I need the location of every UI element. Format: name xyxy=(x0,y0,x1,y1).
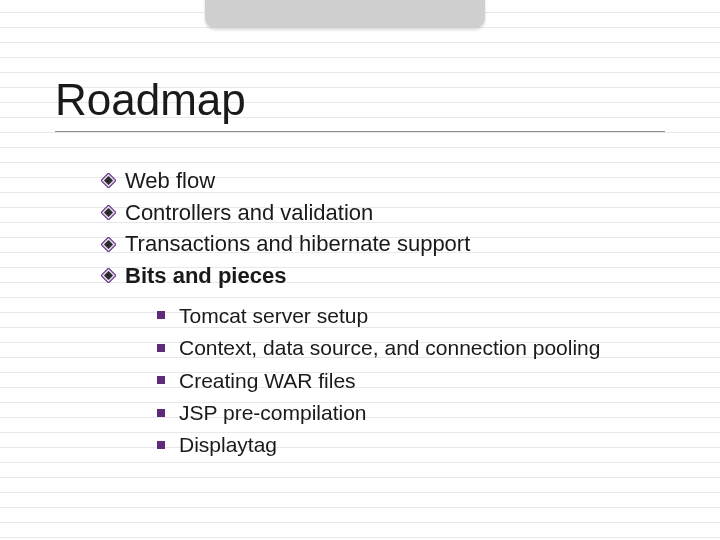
slide-title: Roadmap xyxy=(55,75,665,125)
diamond-bullet-icon xyxy=(101,173,116,188)
diamond-bullet-icon xyxy=(101,237,116,252)
list-item: JSP pre-compilation xyxy=(157,398,665,427)
diamond-bullet-icon xyxy=(101,268,116,283)
bullet-list: Web flow Controllers and validation Tran… xyxy=(55,166,665,460)
list-item: Creating WAR files xyxy=(157,366,665,395)
square-bullet-icon xyxy=(157,311,165,319)
list-item-label: Controllers and validation xyxy=(125,198,373,228)
sub-bullet-list: Tomcat server setup Context, data source… xyxy=(101,293,665,460)
list-item-label: Creating WAR files xyxy=(179,366,356,395)
list-item-label: Transactions and hibernate support xyxy=(125,229,470,259)
list-item-label: Bits and pieces xyxy=(125,261,286,291)
list-item-label: JSP pre-compilation xyxy=(179,398,367,427)
list-item: Bits and pieces xyxy=(101,261,665,291)
title-underline xyxy=(55,131,665,132)
list-item: Context, data source, and connection poo… xyxy=(157,333,665,362)
square-bullet-icon xyxy=(157,344,165,352)
list-item-label: Web flow xyxy=(125,166,215,196)
list-item: Web flow xyxy=(101,166,665,196)
slide-content: Roadmap Web flow Controllers and validat… xyxy=(0,0,720,460)
list-item: Transactions and hibernate support xyxy=(101,229,665,259)
diamond-bullet-icon xyxy=(101,205,116,220)
list-item-label: Tomcat server setup xyxy=(179,301,368,330)
list-item-label: Context, data source, and connection poo… xyxy=(179,333,600,362)
list-item-label: Displaytag xyxy=(179,430,277,459)
square-bullet-icon xyxy=(157,441,165,449)
square-bullet-icon xyxy=(157,409,165,417)
list-item: Displaytag xyxy=(157,430,665,459)
square-bullet-icon xyxy=(157,376,165,384)
list-item: Controllers and validation xyxy=(101,198,665,228)
list-item: Tomcat server setup xyxy=(157,301,665,330)
